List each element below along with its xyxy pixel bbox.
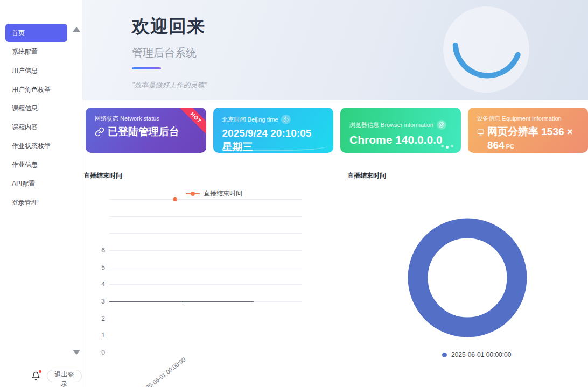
device-resolution-text: 网页分辨率 1536 × 864PC <box>487 125 579 152</box>
sidebar-item-用户信息[interactable]: 用户信息 <box>5 61 67 80</box>
sidebar-item-登录管理[interactable]: 登录管理 <box>5 193 67 212</box>
sidebar-item-系统配置[interactable]: 系统配置 <box>5 43 67 61</box>
sidebar-item-API配置[interactable]: API配置 <box>5 174 67 193</box>
browser-version-value: Chrome 140.0.0.0 <box>349 132 452 147</box>
motto-quote: "效率是做好工作的灵魂" <box>132 80 207 90</box>
y-axis-tick-label: 1 <box>82 332 105 339</box>
sidebar-item-课程信息[interactable]: 课程信息 <box>5 99 67 118</box>
sidebar: 首页系统配置用户信息用户角色枚举课程信息课程内容作业状态枚举作业信息API配置登… <box>0 0 82 387</box>
hero-banner: 欢迎回来 管理后台系统 "效率是做好工作的灵魂" <box>82 0 588 100</box>
beijing-time-label: 北京时间 Beijing time <box>222 115 325 124</box>
device-type-suffix: PC <box>506 143 514 150</box>
scroll-up-icon[interactable] <box>73 27 80 32</box>
y-axis-tick-label: 5 <box>82 264 105 271</box>
line-chart-legend[interactable]: 直播结束时间 <box>186 189 242 198</box>
browser-version-text: Chrome 140.0.0.0 <box>349 132 443 147</box>
sidebar-item-首页[interactable]: 首页 <box>5 24 67 42</box>
network-status-card[interactable]: 网络状态 Network status 已登陆管理后台 HOT <box>86 108 206 153</box>
x-axis-line-extension <box>254 301 302 302</box>
donut-legend[interactable]: 2025-06-01 00:00:00 <box>442 351 511 358</box>
hero-content: 欢迎回来 管理后台系统 "效率是做好工作的灵魂" <box>132 15 207 90</box>
sidebar-item-作业状态枚举[interactable]: 作业状态枚举 <box>5 137 67 156</box>
x-axis-tick <box>181 302 181 304</box>
legend-line-mark <box>186 193 200 194</box>
gridline <box>109 250 302 251</box>
beijing-time-card[interactable]: 北京时间 Beijing time 2025/9/24 20:10:05 星期三 <box>213 108 334 153</box>
sidebar-menu: 首页系统配置用户信息用户角色枚举课程信息课程内容作业状态枚举作业信息API配置登… <box>5 24 67 212</box>
device-info-card[interactable]: 设备信息 Equipment information 网页分辨率 1536 × … <box>468 108 588 153</box>
browser-info-label: 浏览器信息 Browser information <box>349 120 452 130</box>
app-root: 首页系统配置用户信息用户角色枚举课程信息课程内容作业状态枚举作业信息API配置登… <box>0 0 588 387</box>
sidebar-item-课程内容[interactable]: 课程内容 <box>5 118 67 137</box>
line-chart: 直播结束时间 直播结束时间 2025-06-01 00:00:00 012345… <box>82 167 346 387</box>
gridline <box>109 268 302 268</box>
network-status-value-row: 已登陆管理后台 <box>95 125 197 139</box>
charts-section: 直播结束时间 直播结束时间 2025-06-01 00:00:00 012345… <box>82 167 588 387</box>
decorative-dots <box>441 145 453 147</box>
beijing-time-label-text: 北京时间 Beijing time <box>222 116 278 124</box>
info-cards-row: 网络状态 Network status 已登陆管理后台 HOT 北京时间 Bei… <box>86 108 588 153</box>
scroll-down-icon[interactable] <box>73 350 80 355</box>
y-axis-tick-label: 6 <box>82 247 105 254</box>
gridline <box>109 284 302 285</box>
link-icon <box>95 127 104 137</box>
donut-legend-dot-icon <box>442 353 447 357</box>
legend-dot <box>191 192 195 196</box>
donut-chart-title: 直播结束时间 <box>347 171 386 180</box>
notification-badge <box>39 370 41 373</box>
page-title: 欢迎回来 <box>132 15 207 39</box>
notification-bell-icon[interactable] <box>31 371 40 381</box>
network-status-label: 网络状态 Network status <box>95 115 197 123</box>
sidebar-footer: 退出登录 <box>0 364 82 387</box>
decorative-swoosh <box>229 142 328 151</box>
donut-ring[interactable] <box>403 213 532 342</box>
stopwatch-icon <box>281 115 291 124</box>
network-status-text: 已登陆管理后台 <box>108 125 179 139</box>
line-chart-title: 直播结束时间 <box>83 171 122 180</box>
donut-legend-label: 2025-06-01 00:00:00 <box>451 351 511 358</box>
y-axis-tick-label: 4 <box>82 280 105 288</box>
gridline <box>109 216 302 217</box>
main-content: 欢迎回来 管理后台系统 "效率是做好工作的灵魂" 网络状态 Network st… <box>82 0 588 387</box>
y-axis-tick-label: 0 <box>82 349 105 356</box>
device-info-label: 设备信息 Equipment information <box>477 115 579 123</box>
page-subtitle: 管理后台系统 <box>132 46 207 60</box>
y-axis-tick-label: 3 <box>82 298 105 305</box>
chrome-icon <box>437 120 446 130</box>
resolution-value: 网页分辨率 1536 × 864 <box>487 126 573 151</box>
legend-label: 直播结束时间 <box>204 189 242 198</box>
donut-chart: 直播结束时间 2025-06-01 00:00:00 <box>346 167 588 387</box>
sidebar-item-作业信息[interactable]: 作业信息 <box>5 156 67 174</box>
sidebar-item-用户角色枚举[interactable]: 用户角色枚举 <box>5 80 67 99</box>
gridline <box>109 199 302 200</box>
browser-info-label-text: 浏览器信息 Browser information <box>349 121 433 129</box>
accent-underline <box>132 67 161 69</box>
device-resolution-row: 网页分辨率 1536 × 864PC <box>477 125 579 152</box>
line-series-point <box>173 197 177 201</box>
x-axis-line <box>109 301 254 302</box>
browser-info-card[interactable]: 浏览器信息 Browser information Chrome 140.0.0… <box>340 108 461 153</box>
logout-button[interactable]: 退出登录 <box>47 370 82 382</box>
monitor-icon <box>477 128 485 137</box>
x-axis-label: 2025-06-01 00:00:00 <box>115 356 186 387</box>
y-axis-tick-label: 2 <box>82 315 105 322</box>
gridline <box>109 233 302 234</box>
